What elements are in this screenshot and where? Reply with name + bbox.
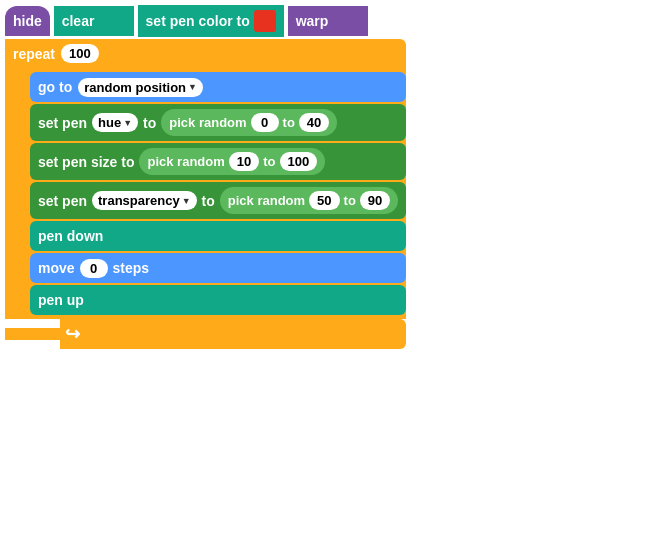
repeat-arrow-icon: ↪ <box>65 323 80 345</box>
size-to-separator: to <box>263 154 275 169</box>
set-pen-size-block[interactable]: set pen size to pick random 10 to 100 <box>30 143 406 180</box>
pen-up-block[interactable]: pen up <box>30 285 406 315</box>
hue-to-label: to <box>143 115 156 131</box>
set-pen-color-label: set pen color to <box>146 13 250 29</box>
repeat-label: repeat <box>13 46 55 62</box>
move-label: move <box>38 260 75 276</box>
blocks-workspace: hide clear set pen color to warp repeat … <box>5 5 406 349</box>
set-pen-transparency-block[interactable]: set pen transparency to pick random 50 t… <box>30 182 406 219</box>
repeat-count-input[interactable]: 100 <box>61 44 99 63</box>
hide-block[interactable]: hide <box>5 6 50 36</box>
hue-to-separator: to <box>283 115 295 130</box>
trans-to-input[interactable]: 90 <box>360 191 390 210</box>
trans-to-label: to <box>202 193 215 209</box>
move-steps-input[interactable]: 0 <box>80 259 108 278</box>
move-steps-label: steps <box>113 260 150 276</box>
size-to-input[interactable]: 100 <box>280 152 318 171</box>
warp-block[interactable]: warp <box>288 6 368 36</box>
clear-block[interactable]: clear <box>54 6 134 36</box>
warp-label: warp <box>296 13 329 29</box>
pick-random-trans-block[interactable]: pick random 50 to 90 <box>220 187 399 214</box>
clear-label: clear <box>62 13 95 29</box>
hide-block-group: hide clear set pen color to warp <box>5 5 406 37</box>
hide-label: hide <box>13 13 42 29</box>
hue-from-input[interactable]: 0 <box>251 113 279 132</box>
move-steps-block[interactable]: move 0 steps <box>30 253 406 283</box>
pick-random-trans-label: pick random <box>228 193 305 208</box>
trans-to-separator: to <box>344 193 356 208</box>
pen-down-block[interactable]: pen down <box>30 221 406 251</box>
pick-random-hue-block[interactable]: pick random 0 to 40 <box>161 109 337 136</box>
pick-random-label: pick random <box>169 115 246 130</box>
pick-random-size-label: pick random <box>147 154 224 169</box>
size-from-input[interactable]: 10 <box>229 152 259 171</box>
repeat-header[interactable]: repeat 100 <box>5 39 406 68</box>
go-to-label: go to <box>38 79 72 95</box>
pen-up-label: pen up <box>38 292 84 308</box>
go-to-dropdown[interactable]: random position <box>78 78 203 97</box>
hue-to-input[interactable]: 40 <box>299 113 329 132</box>
color-swatch[interactable] <box>254 10 276 32</box>
transparency-dropdown[interactable]: transparency <box>92 191 197 210</box>
set-pen-color-block[interactable]: set pen color to <box>138 5 284 37</box>
repeat-footer: ↪ <box>5 319 406 349</box>
repeat-block[interactable]: repeat 100 go to random position set pen… <box>5 39 406 349</box>
set-pen-size-label: set pen size to <box>38 154 134 170</box>
hue-dropdown[interactable]: hue <box>92 113 138 132</box>
pick-random-size-block[interactable]: pick random 10 to 100 <box>139 148 325 175</box>
go-to-block[interactable]: go to random position <box>30 72 406 102</box>
trans-from-input[interactable]: 50 <box>309 191 339 210</box>
set-pen-hue-label: set pen <box>38 115 87 131</box>
set-pen-trans-label: set pen <box>38 193 87 209</box>
set-pen-hue-block[interactable]: set pen hue to pick random 0 to 40 <box>30 104 406 141</box>
repeat-body: go to random position set pen hue to pic… <box>5 68 406 319</box>
pen-down-label: pen down <box>38 228 103 244</box>
